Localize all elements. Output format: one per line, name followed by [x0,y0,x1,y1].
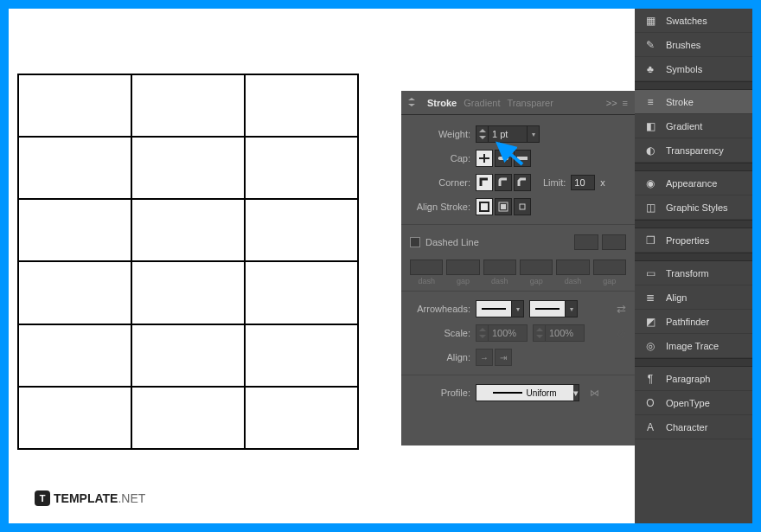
cap-label: Cap: [410,153,470,163]
watermark: T TEMPLATE.NET [35,490,145,506]
scale-start-stepper[interactable] [476,324,528,342]
scale-end-stepper[interactable] [533,324,585,342]
properties-icon: ❒ [643,234,657,247]
limit-unit: x [600,177,605,188]
svg-rect-6 [501,204,506,209]
dashed-line-checkbox[interactable]: Dashed Line [410,237,479,247]
sidebar-item-symbols[interactable]: ♣Symbols [635,57,752,81]
table-grid [17,74,359,450]
paragraph-icon: ¶ [643,372,657,386]
sidebar-item-paragraph[interactable]: ¶Paragraph [635,367,752,391]
sidebar-item-pathfinder[interactable]: ◩Pathfinder [635,310,752,334]
sidebar-item-graphic-styles[interactable]: ◫Graphic Styles [635,195,752,220]
profile-select[interactable]: Uniform ▾ [476,384,579,401]
align-stroke-label: Align Stroke: [410,202,470,212]
appearance-icon: ◉ [643,176,657,190]
panel-tabs: Stroke Gradient Transparer >> ≡ [401,91,635,115]
dash-input-2[interactable] [483,260,516,275]
gradient-icon: ◧ [643,119,657,133]
align-inside-button[interactable] [495,198,512,215]
cap-projecting-button[interactable] [514,150,531,167]
brushes-icon: ✎ [643,38,657,52]
scale-end-input[interactable] [546,325,584,341]
align-outside-button[interactable] [514,198,531,215]
weight-stepper[interactable]: ▾ [476,125,540,143]
corner-round-button[interactable] [495,174,512,191]
sidebar-item-swatches[interactable]: ▦Swatches [635,9,752,33]
scale-start-input[interactable] [489,325,527,341]
dash-align-preserve-button[interactable] [574,234,598,250]
pathfinder-icon: ◩ [643,315,657,329]
align-center-button[interactable] [476,198,493,215]
transform-icon: ▭ [643,266,657,280]
panel-collapse-icon[interactable] [408,98,415,108]
link-scale-icon[interactable]: ⊘ [617,327,626,340]
profile-flip-icon[interactable]: ⋈ [590,388,599,399]
watermark-icon: T [35,490,50,506]
symbols-icon: ♣ [643,62,657,76]
tab-transparency[interactable]: Transparer [507,98,553,108]
dash-input-1[interactable] [410,260,443,275]
gap-input-3[interactable] [593,260,626,275]
swatches-icon: ▦ [643,14,657,28]
arrow-align-end-button[interactable]: ⇥ [495,349,512,366]
panel-expand-button[interactable]: >> [606,98,617,108]
weight-input[interactable] [489,126,527,142]
corner-miter-button[interactable] [476,174,493,191]
svg-rect-4 [480,202,489,211]
arrow-align-tip-button[interactable]: → [476,349,493,366]
stroke-panel: Stroke Gradient Transparer >> ≡ Weight: … [401,91,635,445]
checkbox-icon[interactable] [410,237,420,247]
arrowhead-end-select[interactable]: ▾ [529,300,578,317]
sidebar-item-opentype[interactable]: OOpenType [635,391,752,415]
cap-butt-button[interactable] [476,150,493,167]
dash-align-corners-button[interactable] [602,234,626,250]
swap-arrowheads-icon[interactable]: ⇄ [617,303,626,316]
limit-label: Limit: [543,177,566,188]
corner-label: Corner: [410,177,470,188]
dashed-line-label: Dashed Line [425,237,479,247]
sidebar-item-properties[interactable]: ❒Properties [635,228,752,253]
gap-input-2[interactable] [520,260,553,275]
sidebar-item-align[interactable]: ≣Align [635,285,752,310]
artboard[interactable] [17,74,359,450]
tab-gradient[interactable]: Gradient [464,98,500,108]
align-icon: ≣ [643,291,657,304]
dash-input-3[interactable] [556,260,589,275]
svg-rect-7 [520,204,525,209]
sidebar-item-brushes[interactable]: ✎Brushes [635,33,752,57]
sidebar-item-appearance[interactable]: ◉Appearance [635,171,752,195]
character-icon: A [643,420,657,434]
sidebar-item-gradient[interactable]: ◧Gradient [635,114,752,138]
transparency-icon: ◐ [643,144,657,157]
corner-bevel-button[interactable] [514,174,531,191]
arrowhead-start-select[interactable]: ▾ [476,300,524,317]
arrowheads-label: Arrowheads: [410,304,470,314]
panels-sidebar: ▦Swatches ✎Brushes ♣Symbols ≡Stroke ◧Gra… [635,9,752,523]
scale-label: Scale: [410,328,470,338]
stepper-arrows-icon[interactable] [476,125,489,143]
sidebar-item-transform[interactable]: ▭Transform [635,261,752,285]
sidebar-item-transparency[interactable]: ◐Transparency [635,138,752,163]
panel-menu-icon[interactable]: ≡ [623,98,628,108]
app-frame: T TEMPLATE.NET Stroke Gradient Transpare… [9,9,752,523]
limit-input[interactable] [571,175,595,190]
stroke-icon: ≡ [643,95,657,109]
profile-label: Profile: [410,388,470,398]
svg-rect-1 [479,157,489,159]
image-trace-icon: ◎ [643,339,657,353]
sidebar-item-image-trace[interactable]: ◎Image Trace [635,334,752,358]
cap-round-button[interactable] [495,150,512,167]
svg-rect-2 [498,157,508,160]
tab-stroke[interactable]: Stroke [427,98,457,108]
opentype-icon: O [643,396,657,410]
sidebar-item-character[interactable]: ACharacter [635,415,752,439]
sidebar-item-stroke[interactable]: ≡Stroke [635,90,752,114]
arrow-align-label: Align: [410,352,470,362]
graphic-styles-icon: ◫ [643,201,657,215]
svg-rect-3 [517,157,528,160]
weight-label: Weight: [410,129,470,139]
weight-dropdown-icon[interactable]: ▾ [527,125,539,143]
gap-input-1[interactable] [446,260,479,275]
